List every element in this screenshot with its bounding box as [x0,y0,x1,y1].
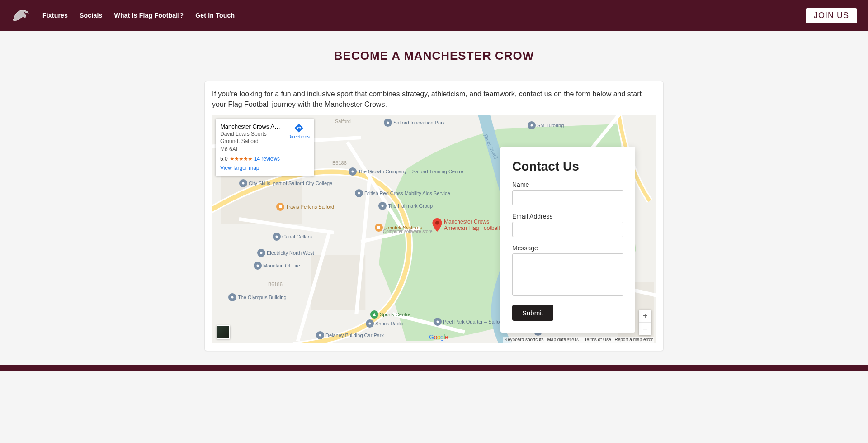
directions-button[interactable]: Directions [288,123,310,153]
reviews-link[interactable]: 14 reviews [254,156,280,162]
map-marker[interactable]: Manchester Crows American Flag Football [432,218,500,232]
site-logo[interactable] [11,7,30,24]
crow-logo-icon [11,7,30,24]
contact-title: Contact Us [512,159,623,174]
content-card: If you're looking for a fun and inclusiv… [204,81,664,351]
map-zoom-control: + − [639,310,651,335]
svg-point-22 [435,221,439,225]
page-title: BECOME A MANCHESTER CROW [334,49,534,63]
section-title-row: BECOME A MANCHESTER CROW [0,31,868,67]
map-info-card: Manchester Crows American … David Lewis … [216,119,314,176]
map[interactable]: River Irwell Salford Salford Innovation … [212,115,656,343]
map-address-line1: David Lewis Sports Ground, Salford [220,131,284,145]
submit-button[interactable]: Submit [512,305,553,321]
nav-what-is[interactable]: What Is Flag Football? [114,12,184,19]
directions-label: Directions [288,134,310,139]
google-logo-icon: Google [429,333,448,341]
map-toggle-satellite[interactable] [217,325,230,339]
content-wrap: If you're looking for a fun and inclusiv… [0,67,868,365]
map-pin-icon [432,218,442,232]
map-info-title: Manchester Crows American … [220,123,284,130]
name-input[interactable] [512,190,623,205]
name-label: Name [512,181,623,188]
nav-fixtures[interactable]: Fixtures [42,12,68,19]
rating-value: 5.0 [220,156,228,162]
map-marker-label: Manchester Crows American Flag Football [444,219,500,231]
keyboard-shortcuts-link[interactable]: Keyboard shortcuts [505,337,543,342]
rating-stars-icon: ★★★★★ [230,156,252,162]
map-zoom-out-button[interactable]: − [639,323,651,335]
email-label: Email Address [512,213,623,220]
divider-right [543,56,827,56]
nav-contact[interactable]: Get In Touch [195,12,235,19]
directions-icon [294,123,304,133]
email-input[interactable] [512,222,623,237]
terms-link[interactable]: Terms of Use [585,337,611,342]
header-left: Fixtures Socials What Is Flag Football? … [11,7,235,24]
contact-form-card: Contact Us Name Email Address Message Su… [500,147,635,333]
report-map-error-link[interactable]: Report a map error [615,337,653,342]
view-larger-map-link[interactable]: View larger map [220,165,259,171]
join-us-button[interactable]: JOIN US [806,8,857,23]
footer-stripe [0,365,868,371]
map-zoom-in-button[interactable]: + [639,310,651,322]
nav-socials[interactable]: Socials [80,12,102,19]
site-header: Fixtures Socials What Is Flag Football? … [0,0,868,31]
map-attribution: Keyboard shortcuts Map data ©2023 Terms … [503,337,654,343]
svg-point-0 [24,12,25,14]
message-textarea[interactable] [512,253,623,296]
divider-left [41,56,325,56]
message-label: Message [512,244,623,252]
map-data-label: Map data ©2023 [547,337,581,342]
map-rating: 5.0 ★★★★★ 14 reviews [220,156,310,162]
main-nav: Fixtures Socials What Is Flag Football? … [42,12,235,19]
intro-text: If you're looking for a fun and inclusiv… [212,89,656,110]
map-address-line2: M6 6AL [220,146,284,153]
